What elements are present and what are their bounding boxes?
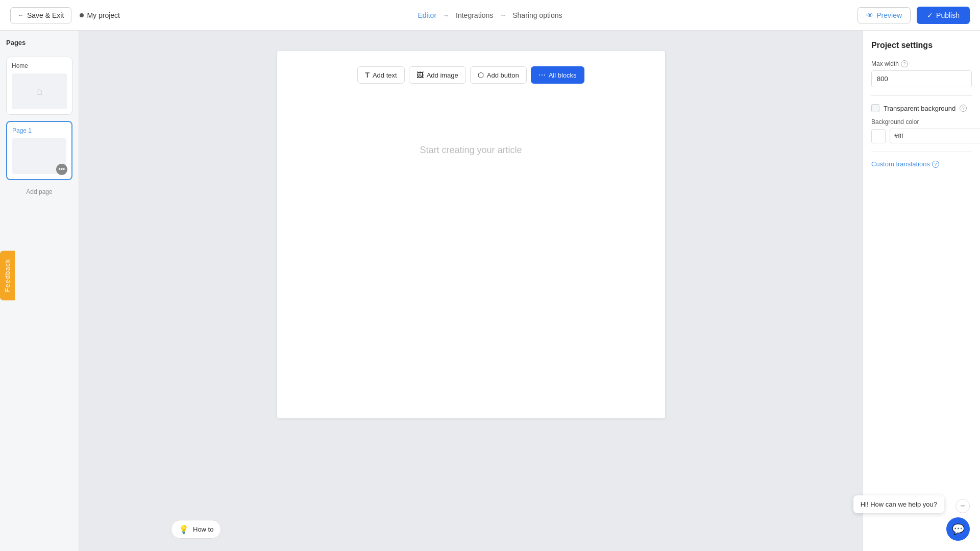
add-button-button[interactable]: ⬡ Add button — [470, 66, 527, 84]
section-divider-1 — [871, 95, 972, 96]
max-width-label-row: Max width ? — [871, 60, 972, 67]
pages-title: Pages — [6, 39, 72, 46]
image-icon: 🖼 — [416, 71, 424, 79]
add-text-button[interactable]: T Add text — [357, 66, 404, 84]
bg-color-label-row: Background color — [871, 118, 972, 126]
nav-editor[interactable]: Editor — [418, 11, 436, 19]
transparent-bg-label: Transparent background — [884, 105, 955, 112]
page1-label: Page 1 — [12, 127, 66, 134]
save-exit-label: Save & Exit — [27, 11, 64, 19]
section-divider-2 — [871, 152, 972, 152]
minimize-chat-button[interactable]: − — [955, 499, 970, 513]
add-image-label: Add image — [427, 71, 458, 79]
toolbar: T Add text 🖼 Add image ⬡ Add button ⋯ Al… — [357, 66, 584, 84]
canvas-placeholder: Start creating your article — [420, 145, 522, 156]
transparent-bg-help-icon[interactable]: ? — [960, 105, 967, 112]
project-name-label: My project — [87, 11, 120, 19]
publish-button[interactable]: ✓ Publish — [917, 7, 970, 24]
header-right: 👁 Preview ✓ Publish — [857, 7, 970, 24]
all-blocks-label: All blocks — [549, 71, 577, 79]
transparent-bg-checkbox[interactable] — [871, 104, 879, 112]
bg-color-label: Background color — [871, 118, 919, 126]
nav-arrow-1: → — [443, 11, 450, 19]
project-dot-icon — [80, 13, 84, 17]
add-image-button[interactable]: 🖼 Add image — [409, 66, 466, 84]
main-layout: Pages Home ⌂ Page 1 ••• Add page T Add t… — [0, 31, 980, 551]
custom-translations-label: Custom translations — [871, 160, 930, 168]
add-button-label: Add button — [487, 71, 519, 79]
canvas-area: T Add text 🖼 Add image ⬡ Add button ⋯ Al… — [79, 31, 863, 551]
page-card-page1[interactable]: Page 1 ••• — [6, 121, 72, 180]
check-icon: ✓ — [927, 11, 933, 19]
bg-color-input[interactable] — [890, 129, 980, 143]
header-nav: Editor → Integrations → Sharing options — [418, 11, 562, 19]
how-to-button[interactable]: 💡 How to — [171, 520, 221, 539]
how-to-label: How to — [193, 525, 213, 533]
bulb-icon: 💡 — [179, 524, 189, 534]
bg-color-swatch[interactable] — [871, 129, 886, 143]
home-page-thumb: ⌂ — [12, 73, 67, 109]
page-card-home[interactable]: Home ⌂ — [6, 57, 72, 115]
right-panel: Project settings Max width ? Transparent… — [863, 31, 980, 551]
nav-sharing[interactable]: Sharing options — [512, 11, 562, 19]
add-text-label: Add text — [373, 71, 397, 79]
home-page-label: Home — [12, 62, 67, 69]
page-more-button[interactable]: ••• — [56, 164, 67, 175]
header-left: ← Save & Exit My project — [10, 7, 120, 23]
header: ← Save & Exit My project Editor → Integr… — [0, 0, 980, 31]
home-icon: ⌂ — [36, 85, 42, 98]
max-width-input[interactable] — [871, 70, 972, 87]
bg-color-row — [871, 129, 972, 143]
back-arrow-icon: ← — [18, 12, 24, 19]
canvas: T Add text 🖼 Add image ⬡ Add button ⋯ Al… — [277, 51, 665, 418]
blocks-icon: ⋯ — [538, 71, 546, 79]
max-width-label: Max width — [871, 60, 899, 67]
chat-widget-button[interactable]: 💬 — [946, 517, 970, 541]
chat-icon: 💬 — [952, 523, 965, 535]
eye-icon: 👁 — [866, 11, 873, 19]
project-name: My project — [80, 11, 120, 19]
custom-translations-help-icon[interactable]: ? — [932, 161, 939, 168]
preview-button[interactable]: 👁 Preview — [857, 7, 911, 23]
transparent-bg-row: Transparent background ? — [871, 104, 972, 112]
button-icon: ⬡ — [478, 71, 484, 79]
max-width-help-icon[interactable]: ? — [901, 60, 908, 67]
chat-bubble: Hi! How can we help you? — [853, 495, 944, 513]
all-blocks-button[interactable]: ⋯ All blocks — [531, 66, 584, 84]
publish-label: Publish — [936, 11, 960, 19]
text-icon: T — [365, 71, 370, 79]
add-page-button[interactable]: Add page — [6, 188, 72, 195]
nav-integrations[interactable]: Integrations — [456, 11, 493, 19]
nav-arrow-2: → — [499, 11, 506, 19]
feedback-tab[interactable]: Feedback — [0, 251, 15, 300]
preview-label: Preview — [876, 11, 902, 19]
panel-title: Project settings — [871, 41, 972, 50]
save-exit-button[interactable]: ← Save & Exit — [10, 7, 71, 23]
custom-translations-link[interactable]: Custom translations ? — [871, 160, 972, 168]
